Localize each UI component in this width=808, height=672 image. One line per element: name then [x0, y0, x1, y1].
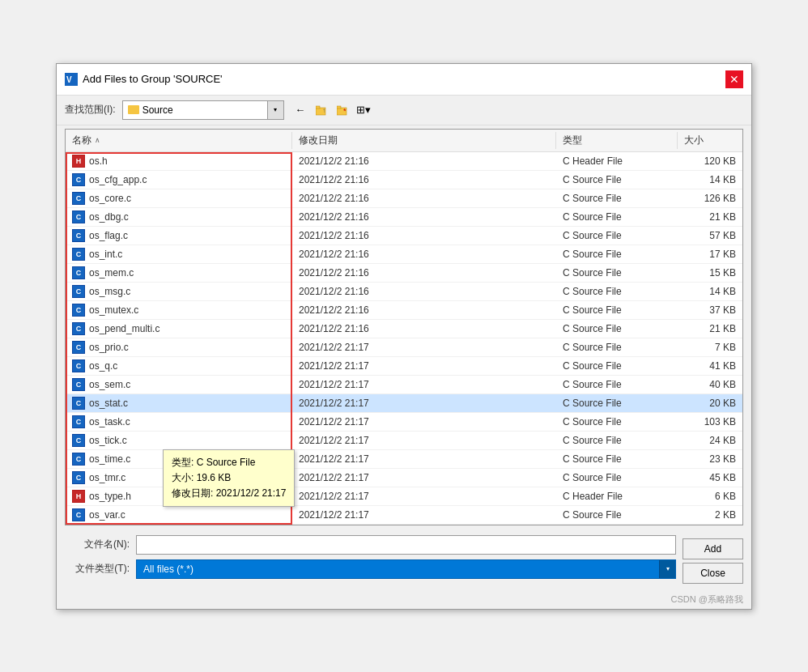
- table-row[interactable]: Cos_pend_multi.c2021/12/2 21:16C Source …: [66, 320, 742, 338]
- col-header-size[interactable]: 大小: [678, 132, 742, 149]
- col-header-type[interactable]: 类型: [556, 132, 678, 149]
- file-size-cell: 120 KB: [678, 152, 742, 170]
- table-row[interactable]: Cos_q.c2021/12/2 21:17C Source File41 KB: [66, 357, 742, 376]
- table-row[interactable]: Cos_flag.c2021/12/2 21:16C Source File57…: [66, 227, 742, 245]
- filetype-dropdown-arrow[interactable]: ▾: [659, 560, 675, 578]
- file-type-cell: C Source File: [556, 189, 678, 207]
- file-name: os_msg.c: [89, 286, 130, 297]
- svg-text:*: *: [343, 107, 347, 115]
- dialog: V Add Files to Group 'SOURCE' ✕ 查找范围(I):…: [56, 63, 752, 610]
- table-row[interactable]: Cos_msg.c2021/12/2 21:16C Source File14 …: [66, 283, 742, 301]
- c-file-icon: C: [72, 453, 85, 466]
- file-date-cell: 2021/12/2 21:16: [292, 264, 556, 282]
- file-name: os_tmr.c: [89, 472, 125, 483]
- table-row[interactable]: Cos_prio.c2021/12/2 21:17C Source File7 …: [66, 338, 742, 357]
- file-size-cell: 14 KB: [678, 171, 742, 189]
- file-name: os_prio.c: [89, 342, 129, 353]
- close-window-button[interactable]: ✕: [725, 70, 743, 88]
- file-type-cell: C Source File: [556, 506, 678, 524]
- filetype-row: 文件类型(T): All files (*.*) ▾: [65, 559, 676, 579]
- file-name: os_task.c: [89, 416, 130, 427]
- file-date-cell: 2021/12/2 21:17: [292, 357, 556, 375]
- file-name: os_mutex.c: [89, 304, 138, 316]
- folder-icon: [128, 105, 139, 114]
- table-row[interactable]: Cos_dbg.c2021/12/2 21:16C Source File21 …: [66, 208, 742, 227]
- file-type-cell: C Source File: [556, 432, 678, 449]
- table-row[interactable]: Cos_mem.c2021/12/2 21:16C Source File15 …: [66, 264, 742, 283]
- dialog-title: Add Files to Group 'SOURCE': [83, 73, 223, 85]
- file-date-cell: 2021/12/2 21:17: [292, 394, 556, 412]
- file-date-cell: 2021/12/2 21:16: [292, 245, 556, 263]
- location-combo[interactable]: Source ▾: [122, 100, 284, 120]
- col-header-name[interactable]: 名称 ∧: [66, 132, 292, 149]
- file-date-cell: 2021/12/2 21:17: [292, 469, 556, 487]
- table-row[interactable]: Cos_tick.c2021/12/2 21:17C Source File24…: [66, 432, 742, 450]
- location-dropdown-arrow[interactable]: ▾: [267, 101, 283, 119]
- file-type-cell: C Source File: [556, 283, 678, 300]
- c-file-icon: C: [72, 471, 85, 484]
- col-header-date[interactable]: 修改日期: [292, 132, 556, 149]
- location-text: Source: [123, 104, 267, 116]
- file-type-cell: C Source File: [556, 320, 678, 338]
- file-type-cell: C Header File: [556, 487, 678, 505]
- file-name: os_flag.c: [89, 230, 128, 241]
- tooltip-size-row: 大小: 19.6 KB: [172, 470, 286, 486]
- file-name-cell: Cos_mem.c: [66, 264, 292, 282]
- filetype-combo[interactable]: All files (*.*) ▾: [136, 559, 676, 579]
- file-type-cell: C Source File: [556, 338, 678, 356]
- file-date-cell: 2021/12/2 21:16: [292, 320, 556, 338]
- file-name: os_type.h: [89, 491, 131, 502]
- filetype-value: All files (*.*): [137, 564, 659, 575]
- file-type-cell: C Source File: [556, 413, 678, 431]
- c-file-icon: C: [72, 434, 85, 447]
- table-row[interactable]: Cos_cfg_app.c2021/12/2 21:16C Source Fil…: [66, 171, 742, 189]
- filename-row: 文件名(N):: [65, 535, 676, 555]
- close-button[interactable]: Close: [683, 563, 743, 584]
- table-row[interactable]: Cos_int.c2021/12/2 21:16C Source File17 …: [66, 245, 742, 264]
- table-row[interactable]: Cos_mutex.c2021/12/2 21:16C Source File3…: [66, 301, 742, 320]
- table-row[interactable]: Cos_core.c2021/12/2 21:16C Source File12…: [66, 189, 742, 208]
- file-name-cell: Cos_cfg_app.c: [66, 171, 292, 189]
- svg-text:↑: ↑: [322, 107, 325, 114]
- file-name: os.h: [89, 155, 108, 167]
- h-file-icon: H: [72, 155, 85, 168]
- file-type-cell: C Header File: [556, 152, 678, 170]
- file-size-cell: 14 KB: [678, 283, 742, 300]
- add-button[interactable]: Add: [683, 538, 743, 559]
- tooltip-date-row: 修改日期: 2021/12/2 21:17: [172, 486, 286, 501]
- c-file-icon: C: [72, 211, 85, 223]
- location-label: 查找范围(I):: [65, 103, 116, 117]
- file-size-cell: 23 KB: [678, 450, 742, 468]
- c-file-icon: C: [72, 266, 85, 279]
- main-content: 名称 ∧ 修改日期 类型 大小 Hos.h2021/12/2 21:16C He…: [57, 125, 751, 535]
- file-name-cell: Cos_pend_multi.c: [66, 320, 292, 338]
- c-file-icon: C: [72, 229, 85, 242]
- title-bar: V Add Files to Group 'SOURCE' ✕: [57, 64, 751, 96]
- table-row[interactable]: Hos.h2021/12/2 21:16C Header File120 KB: [66, 152, 742, 171]
- table-row[interactable]: Cos_task.c2021/12/2 21:17C Source File10…: [66, 413, 742, 432]
- file-size-cell: 126 KB: [678, 189, 742, 207]
- sort-arrow: ∧: [95, 136, 100, 144]
- up-folder-button[interactable]: ↑: [312, 100, 331, 120]
- h-file-icon: H: [72, 490, 85, 503]
- file-name-cell: Cos_mutex.c: [66, 301, 292, 319]
- svg-text:V: V: [66, 75, 72, 84]
- file-size-cell: 15 KB: [678, 264, 742, 282]
- new-folder-button[interactable]: *: [333, 100, 352, 120]
- table-row[interactable]: Cos_sem.c2021/12/2 21:17C Source File40 …: [66, 376, 742, 394]
- file-type-cell: C Source File: [556, 264, 678, 282]
- c-file-icon: C: [72, 508, 85, 521]
- file-name-cell: Cos_var.c: [66, 506, 292, 524]
- filename-label: 文件名(N):: [65, 538, 130, 551]
- file-size-cell: 57 KB: [678, 227, 742, 245]
- file-size-cell: 40 KB: [678, 376, 742, 393]
- table-row[interactable]: Cos_var.c2021/12/2 21:17C Source File2 K…: [66, 506, 742, 525]
- view-button[interactable]: ⊞▾: [354, 100, 373, 120]
- title-bar-left: V Add Files to Group 'SOURCE': [65, 73, 223, 86]
- bottom-section: 文件名(N): 文件类型(T): All files (*.*) ▾ Add C…: [57, 535, 751, 592]
- back-button[interactable]: ←: [291, 100, 310, 120]
- table-row[interactable]: Cos_stat.c2021/12/2 21:17C Source File20…: [66, 394, 742, 413]
- filename-input[interactable]: [136, 535, 676, 555]
- file-size-cell: 37 KB: [678, 301, 742, 319]
- file-name-cell: Cos_flag.c: [66, 227, 292, 245]
